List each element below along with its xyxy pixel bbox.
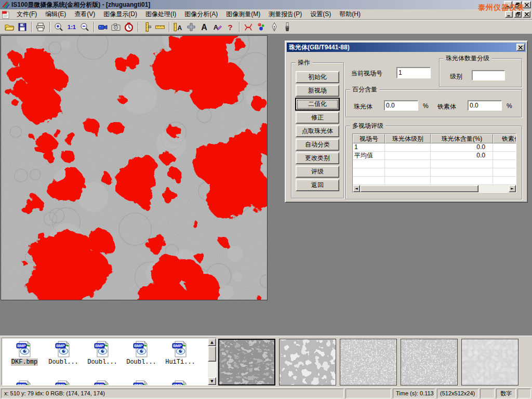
print-icon <box>35 22 46 32</box>
toolbar: 1:1AAA? <box>0 20 532 34</box>
mdi-restore-button[interactable] <box>514 11 522 18</box>
scroll-left-icon[interactable]: ◄ <box>353 185 360 192</box>
pen-button[interactable] <box>268 21 281 33</box>
mdi-minimize-button[interactable] <box>505 11 513 18</box>
scrollbar-thumb[interactable] <box>208 346 216 362</box>
file-item[interactable]: BMPHuiTi... <box>161 340 200 366</box>
mdi-close-button[interactable] <box>523 11 530 18</box>
close-icon <box>518 45 523 50</box>
zoom-in-button[interactable] <box>52 21 65 33</box>
menu-bar-items: 文件(F)编辑(E)查看(V)图像显示(D)图像处理(I)图像分析(A)图像测量… <box>12 9 365 19</box>
table-row[interactable]: 10.0 <box>353 143 516 152</box>
current-field-input[interactable] <box>396 67 431 78</box>
op-button-new-field[interactable]: 新视场 <box>296 85 339 97</box>
annotate-button[interactable]: A <box>211 21 224 33</box>
scroll-down-icon[interactable]: ▼ <box>208 377 216 385</box>
menu-item[interactable]: 图像测量(M) <box>222 9 264 19</box>
file-item[interactable]: BMPDKF.bmp <box>5 340 44 366</box>
table-row[interactable] <box>353 160 516 168</box>
timer-button[interactable] <box>123 21 136 33</box>
bottom-panel: BMPDKF.bmpBMPDoubl...BMPDoubl...BMPDoubl… <box>0 335 532 387</box>
op-button-initialize[interactable]: 初始化 <box>296 71 339 83</box>
file-item[interactable]: BMPDoubl... <box>122 340 161 366</box>
menu-item[interactable]: 设置(S) <box>306 9 335 19</box>
file-item[interactable]: BMP <box>83 380 122 385</box>
minimize-button[interactable] <box>504 1 512 8</box>
toolbar-separator <box>94 22 95 32</box>
open-icon <box>4 22 15 32</box>
capture-icon <box>111 22 122 32</box>
dialog-title-bar[interactable]: 珠光体(GB/T9441-88) <box>287 43 526 52</box>
sample-thumbnail[interactable] <box>401 339 458 385</box>
file-item[interactable]: BMPDoubl... <box>83 340 122 366</box>
zoom-out-button[interactable] <box>78 21 91 33</box>
sample-thumbnail[interactable] <box>340 339 397 385</box>
ferrite-percent-input[interactable] <box>468 100 502 111</box>
menu-item[interactable]: 帮助(H) <box>335 9 365 19</box>
toolbar-separator <box>31 22 32 32</box>
restore-button[interactable] <box>513 1 522 8</box>
save-button[interactable] <box>16 21 29 33</box>
help-button[interactable]: ? <box>224 21 237 33</box>
op-button-auto-classify[interactable]: 自动分类 <box>296 139 339 151</box>
ruler-button[interactable] <box>154 21 167 33</box>
text-button[interactable]: A <box>198 21 211 33</box>
file-item[interactable]: BMP <box>5 380 44 385</box>
grade-input[interactable] <box>472 70 505 81</box>
help-icon: ? <box>225 22 236 32</box>
scroll-up-icon[interactable]: ▲ <box>208 338 216 346</box>
menu-item[interactable]: 图像分析(A) <box>180 9 222 19</box>
close-button[interactable] <box>523 1 531 8</box>
bmp-file-icon: BMP <box>122 340 161 358</box>
op-button-binarize[interactable]: 二值化 <box>296 98 339 110</box>
toolbar-separator <box>239 22 240 32</box>
menu-item[interactable]: 图像显示(D) <box>99 9 141 19</box>
table-cell <box>493 152 516 159</box>
table-cell <box>431 168 493 176</box>
table-horizontal-scrollbar[interactable]: ◄ ► <box>353 185 516 192</box>
capture-button[interactable] <box>110 21 123 33</box>
operation-group: 操作 初始化新视场二值化修正点取珠光体自动分类更改类别评级返回 <box>291 62 344 198</box>
op-button-grade[interactable]: 评级 <box>296 166 339 178</box>
curve-button[interactable] <box>242 21 255 33</box>
table-row[interactable]: 平均值0.0 <box>353 152 516 160</box>
specimen-image[interactable] <box>1 35 268 300</box>
op-button-correct[interactable]: 修正 <box>296 112 339 124</box>
op-button-return[interactable]: 返回 <box>296 179 339 191</box>
height-gauge-button[interactable] <box>141 21 154 33</box>
pearlite-percent-input[interactable] <box>384 100 418 111</box>
menu-item[interactable]: 测量报告(P) <box>264 9 306 19</box>
bmp-file-icon: BMP <box>5 380 44 385</box>
bmp-file-icon: BMP <box>161 380 200 385</box>
file-item[interactable]: BMP <box>161 380 200 385</box>
file-name: HuiTi... <box>165 358 196 366</box>
file-item[interactable]: BMP <box>122 380 161 385</box>
actual-size-button[interactable]: 1:1 <box>65 21 78 33</box>
op-button-pick-pearlite[interactable]: 点取珠光体 <box>296 125 339 137</box>
table-row[interactable] <box>353 168 516 177</box>
measure-text-button[interactable]: A <box>172 21 185 33</box>
sample-thumbnail[interactable] <box>218 339 275 385</box>
menu-item[interactable]: 文件(F) <box>12 9 41 19</box>
brush-button[interactable] <box>281 21 294 33</box>
file-list-scrollbar[interactable]: ▲ ▼ <box>208 338 216 385</box>
scroll-right-icon[interactable]: ► <box>509 185 516 192</box>
menu-item[interactable]: 编辑(E) <box>41 9 70 19</box>
svg-text:BMP: BMP <box>134 343 143 348</box>
multi-field-group: 多视场评级 视场号珠光体级别珠光体含量(%)铁素体 10.0平均值0.0 ◄ ► <box>345 126 522 200</box>
menu-item[interactable]: 查看(V) <box>70 9 99 19</box>
scrollbar-thumb[interactable] <box>360 185 478 192</box>
video-camera-button[interactable] <box>97 21 110 33</box>
particles-button[interactable] <box>255 21 268 33</box>
print-button[interactable] <box>34 21 47 33</box>
open-button[interactable] <box>3 21 16 33</box>
menu-item[interactable]: 图像处理(I) <box>141 9 180 19</box>
sample-thumbnail[interactable] <box>279 339 336 385</box>
grid-button[interactable] <box>185 21 198 33</box>
file-item[interactable]: BMP <box>44 380 83 385</box>
file-item[interactable]: BMPDoubl... <box>44 340 83 366</box>
op-button-change-class[interactable]: 更改类别 <box>296 152 339 164</box>
table-row[interactable] <box>353 177 516 185</box>
sample-thumbnail[interactable] <box>461 339 518 385</box>
dialog-close-button[interactable] <box>516 44 525 51</box>
